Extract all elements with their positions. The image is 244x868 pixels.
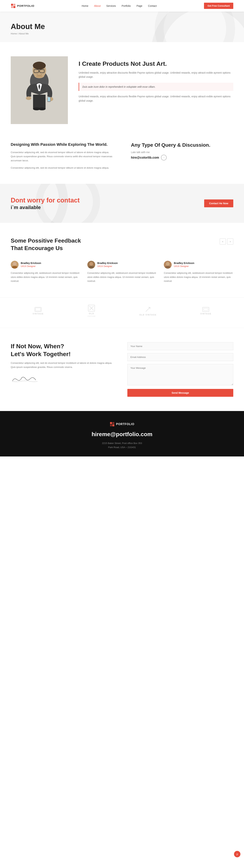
brand-item: VINTAGE: [200, 307, 211, 315]
about-section: I Create Products Not Just Art. Unlimite…: [0, 42, 244, 135]
form-description: Consectetur adipiscing elit, sed do eius…: [11, 361, 117, 369]
message-textarea[interactable]: [127, 364, 233, 385]
nav-links: Home About Services Portfolio Page Conta…: [82, 4, 157, 7]
signature: [11, 375, 117, 384]
form-right: Send Message: [127, 342, 233, 397]
about-heading: I Create Products Not Just Art.: [79, 60, 233, 67]
reviewer: Bradley Erickson UI/UX Designer: [11, 261, 80, 269]
svg-point-25: [89, 262, 93, 266]
brand-label: VINTAGE: [200, 313, 211, 315]
svg-point-20: [36, 75, 43, 78]
next-testimonial-button[interactable]: ›: [227, 239, 233, 245]
cta-text: Dont worry for contact i`m available: [11, 196, 80, 210]
email-field-group: [127, 353, 233, 361]
footer-logo-text: PORTFOLIO: [116, 423, 134, 426]
blockquote: Duis aute irure dolor in reprehenderit i…: [79, 83, 233, 91]
nav-services[interactable]: Services: [106, 4, 116, 7]
nav-portfolio[interactable]: Portfolio: [121, 4, 131, 7]
about-text: I Create Products Not Just Art. Unlimite…: [79, 56, 233, 106]
prev-testimonial-button[interactable]: ‹: [220, 239, 226, 245]
svg-rect-36: [204, 308, 208, 310]
breadcrumb-home[interactable]: Home: [11, 32, 17, 35]
testimonial-text: Consectetur adipiscing elit, seddoeiusm …: [87, 271, 157, 283]
brand-label: VINTAGE: [32, 313, 44, 315]
name-input[interactable]: [127, 342, 233, 350]
passion-left: Designing With Passion While Exploring T…: [11, 142, 124, 173]
nav-contact[interactable]: Contact: [148, 4, 157, 7]
signature-svg: [11, 375, 39, 383]
nav-home[interactable]: Home: [82, 4, 88, 7]
testimonials-header: Some Possitive Feedback That Encourage U…: [11, 237, 233, 252]
brand-label: OLD: [89, 312, 94, 315]
avatar-svg: [11, 261, 19, 269]
svg-rect-38: [112, 422, 114, 424]
blockquote-text: Duis aute irure dolor in reprehenderit i…: [82, 85, 230, 89]
hero-section: About Me Home / About Me: [0, 11, 244, 42]
nav-about[interactable]: About: [94, 4, 101, 7]
testimonial-text: Consectetur adipiscing elit, seddoeiusm …: [11, 271, 80, 283]
testimonials-grid: Bradley Erickson UI/UX Designer Consecte…: [11, 261, 233, 283]
navbar: PORTFOLIO Home About Services Portfolio …: [0, 0, 244, 11]
brand-icon: [144, 306, 152, 313]
page-title: About Me: [11, 22, 233, 31]
email-input[interactable]: [127, 353, 233, 361]
svg-rect-1: [13, 4, 16, 6]
brand-item: OLD VINTAGE: [139, 306, 157, 316]
reviewer-role: UI/UX Designer: [97, 265, 112, 268]
email-address[interactable]: hire@colorlib.com: [131, 156, 159, 159]
name-field-group: [127, 342, 233, 350]
brand-item: OLD VINTAGE: [87, 305, 96, 317]
avatar-svg: [164, 261, 172, 269]
brand-icon: [34, 307, 42, 312]
nav-page[interactable]: Page: [136, 4, 142, 7]
brand-sub: VINTAGE: [87, 315, 96, 317]
svg-point-22: [13, 262, 17, 266]
talk-label: Late talk with me: [131, 151, 233, 154]
logo-icon: [11, 3, 16, 8]
footer-logo-icon: [110, 422, 115, 427]
nav-logo[interactable]: PORTFOLIO: [11, 3, 34, 8]
form-heading: If Not Now, When? Let's Work Together!: [11, 342, 117, 358]
profile-svg: [11, 56, 68, 124]
cta-line2: i`m available: [11, 205, 80, 210]
form-left: If Not Now, When? Let's Work Together! C…: [11, 342, 117, 397]
svg-point-8: [33, 62, 46, 69]
arrow-circle-icon[interactable]: →: [161, 155, 167, 160]
reviewer-role: UI/UX Designer: [174, 265, 189, 268]
contact-cta-section: Dont worry for contact i`m available Con…: [0, 184, 244, 223]
avatar: [164, 261, 172, 269]
brand-label: OLD VINTAGE: [139, 314, 157, 316]
reviewer-info: Bradley Erickson UI/UX Designer: [97, 262, 118, 268]
footer: PORTFOLIO hireme@portfolio.com 2215 Bake…: [0, 411, 244, 457]
svg-rect-37: [110, 422, 112, 424]
brand-icon: [88, 305, 95, 312]
testimonials-heading: Some Possitive Feedback That Encourage U…: [11, 237, 81, 252]
passion-right: Any Type Of Query & Discussion. Late tal…: [124, 142, 233, 173]
testimonials-section: Some Possitive Feedback That Encourage U…: [0, 223, 244, 297]
footer-logo: PORTFOLIO: [11, 422, 233, 427]
passion-heading: Designing With Passion While Exploring T…: [11, 142, 113, 147]
brand-icon: [202, 307, 209, 312]
brands-section: VINTAGE OLD VINTAGE OLD VINTAGE VINTAGE: [0, 297, 244, 328]
testimonial-card: Bradley Erickson UI/UX Designer Consecte…: [87, 261, 157, 283]
email-link: hire@colorlib.com →: [131, 155, 233, 160]
svg-point-28: [166, 262, 169, 266]
avatar-svg: [87, 261, 95, 269]
svg-rect-2: [11, 6, 13, 8]
profile-image-container: [11, 56, 68, 124]
contact-form-section: If Not Now, When? Let's Work Together! C…: [0, 328, 244, 411]
about-desc1: Unlimited rewards, enjoy attractive disc…: [79, 71, 233, 79]
cta-line1: Dont worry for contact: [11, 196, 80, 205]
send-message-button[interactable]: Send Message: [127, 389, 233, 397]
svg-point-16: [26, 96, 31, 100]
reviewer-name: Bradley Erickson: [21, 262, 41, 265]
svg-rect-0: [11, 4, 13, 6]
get-consultant-button[interactable]: Get Free Consultant: [204, 3, 233, 9]
testimonial-card: Bradley Erickson UI/UX Designer Consecte…: [164, 261, 233, 283]
svg-point-19: [38, 107, 46, 110]
reviewer-role: UI/UX Designer: [21, 265, 35, 268]
contact-now-button[interactable]: Contact He Now: [204, 199, 233, 207]
reviewer-info: Bradley Erickson UI/UX Designer: [21, 262, 41, 268]
reviewer-info: Bradley Erickson UI/UX Designer: [174, 262, 194, 268]
message-field-group: [127, 364, 233, 386]
